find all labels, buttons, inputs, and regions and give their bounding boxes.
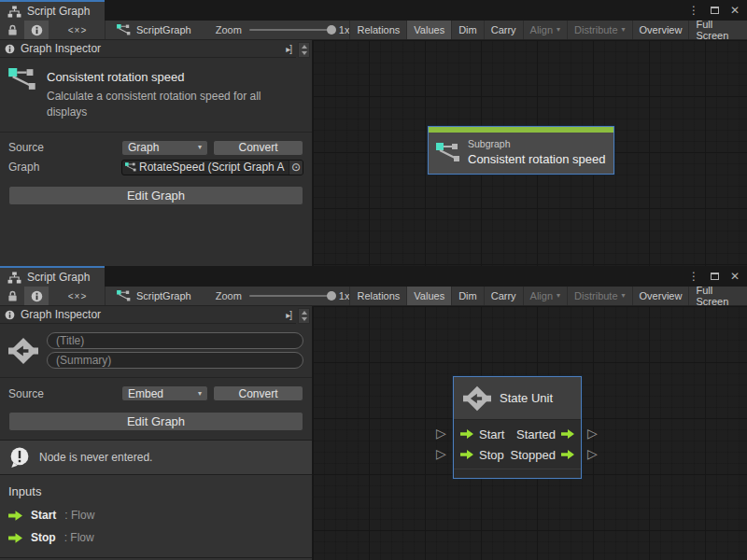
graph-canvas[interactable]: Subgraph Consistent rotation speed <box>313 40 747 266</box>
dim-button[interactable]: Dim <box>451 21 484 39</box>
zoom-slider-handle[interactable] <box>327 291 336 301</box>
node-port-row: Start Started <box>460 424 574 444</box>
lock-icon <box>7 24 18 36</box>
code-view-button[interactable]: <×> <box>65 21 90 39</box>
input-port[interactable]: Start <box>460 427 504 441</box>
node-port-row: Stop Stopped <box>460 444 574 465</box>
carry-button[interactable]: Carry <box>484 21 523 39</box>
subgraph-node[interactable]: Subgraph Consistent rotation speed <box>428 126 614 175</box>
tab-title: Script Graph <box>27 271 90 284</box>
output-port[interactable]: Started <box>516 427 574 441</box>
chevron-down-icon: ▾ <box>198 390 202 398</box>
values-button[interactable]: Values <box>406 21 451 39</box>
output-port[interactable]: Stopped <box>511 448 574 462</box>
convert-button[interactable]: Convert <box>213 385 303 401</box>
inspector-scroll-arrows[interactable] <box>298 308 310 324</box>
maximize-icon[interactable] <box>711 7 719 14</box>
external-port-triangle[interactable]: ▷ <box>587 447 598 461</box>
graph-breadcrumb[interactable]: ScriptGraph <box>117 24 191 35</box>
tab-script-graph[interactable]: Script Graph <box>0 266 105 287</box>
warning-message: Node is never entered. <box>0 440 312 475</box>
source-dropdown[interactable]: Embed ▾ <box>121 385 208 401</box>
tab-bar: Script Graph ⋮ ✕ <box>0 0 747 21</box>
title-field[interactable] <box>47 332 303 349</box>
input-port[interactable]: Stop <box>460 448 504 462</box>
graph-breadcrumb[interactable]: ScriptGraph <box>117 290 191 301</box>
external-port-triangle[interactable]: ▷ <box>436 447 446 461</box>
script-graph-window-top: Script Graph ⋮ ✕ <×> <box>0 0 747 266</box>
inspector-scroll-arrows[interactable] <box>298 42 310 58</box>
graph-description: Calculate a consistent rotation speed fo… <box>47 89 291 120</box>
close-icon[interactable]: ✕ <box>730 271 740 282</box>
external-port-triangle[interactable]: ▷ <box>436 427 446 441</box>
external-port-triangle[interactable]: ▷ <box>587 427 598 441</box>
inputs-header: Inputs <box>8 484 303 498</box>
dim-button[interactable]: Dim <box>451 287 484 305</box>
warning-text: Node is never entered. <box>39 451 152 464</box>
popout-icon[interactable]: ▸] <box>286 310 291 320</box>
scroll-up-icon[interactable] <box>302 311 307 315</box>
port-type: : Flow <box>64 531 94 544</box>
zoom-label: Zoom <box>216 290 242 301</box>
popout-icon[interactable]: ▸] <box>286 44 291 54</box>
overview-button[interactable]: Overview <box>632 287 689 305</box>
zoom-slider[interactable] <box>249 295 331 297</box>
graph-type-label: ScriptGraph <box>136 290 191 301</box>
object-picker-icon[interactable]: ⊙ <box>289 161 303 175</box>
inspector-toggle-button[interactable] <box>24 287 49 305</box>
info-icon <box>31 24 43 36</box>
chevron-down-icon: ▾ <box>622 26 626 34</box>
info-icon <box>31 290 43 302</box>
script-graph-window-bottom: Script Graph ⋮ ✕ <×> <box>0 266 747 560</box>
menu-icon[interactable]: ⋮ <box>688 5 699 16</box>
edit-graph-button[interactable]: Edit Graph <box>8 412 303 431</box>
zoom-slider[interactable] <box>249 29 331 31</box>
port-name: Start <box>31 509 56 522</box>
inspector-toggle-button[interactable] <box>24 21 49 39</box>
state-unit-icon <box>8 336 38 366</box>
graph-field-label: Graph <box>8 161 121 174</box>
carry-button[interactable]: Carry <box>484 287 523 305</box>
graph-row: Graph RotateSpeed (Script Graph A ⊙ <box>0 158 312 177</box>
tab-title: Script Graph <box>27 5 90 18</box>
graph-canvas[interactable]: State Unit Start Started <box>313 306 747 560</box>
relations-button[interactable]: Relations <box>349 287 406 305</box>
window-controls: ⋮ ✕ <box>688 0 740 21</box>
overview-button[interactable]: Overview <box>632 21 689 39</box>
convert-button[interactable]: Convert <box>213 140 303 156</box>
relations-button[interactable]: Relations <box>349 21 406 39</box>
chevron-down-icon: ▾ <box>198 144 202 151</box>
state-unit-icon <box>463 385 491 413</box>
edit-graph-button[interactable]: Edit Graph <box>8 186 303 205</box>
values-button[interactable]: Values <box>406 287 451 305</box>
close-icon[interactable]: ✕ <box>730 5 740 16</box>
maximize-icon[interactable] <box>711 273 719 280</box>
zoom-control: Zoom 1x <box>216 290 350 301</box>
lock-button[interactable] <box>0 287 24 305</box>
node-kind-label: Subgraph <box>468 138 605 149</box>
flow-arrow-icon <box>460 450 473 459</box>
scroll-up-icon[interactable] <box>302 45 307 49</box>
lock-button[interactable] <box>0 21 24 39</box>
summary-field[interactable] <box>47 352 303 369</box>
tab-script-graph[interactable]: Script Graph <box>0 0 105 21</box>
port-type: : Flow <box>64 509 94 522</box>
zoom-slider-handle[interactable] <box>327 25 336 35</box>
fullscreen-button[interactable]: Full Screen <box>688 21 747 39</box>
state-unit-node[interactable]: State Unit Start Started <box>453 376 582 479</box>
warning-bubble-icon <box>8 446 31 469</box>
inspector-header: Graph Inspector ▸] <box>0 306 296 324</box>
graph-object-field[interactable]: RotateSpeed (Script Graph A ⊙ <box>121 160 303 175</box>
menu-icon[interactable]: ⋮ <box>688 271 699 282</box>
input-port-row: Stop : Flow <box>8 531 303 544</box>
scroll-down-icon[interactable] <box>302 51 307 55</box>
script-graph-icon <box>117 290 131 301</box>
code-view-button[interactable]: <×> <box>65 287 90 305</box>
graph-toolbar: <×> ScriptGraph Zoom 1x Rel <box>0 21 747 40</box>
script-graph-tab-icon <box>7 272 21 284</box>
fullscreen-button[interactable]: Full Screen <box>688 287 747 305</box>
subgraph-icon <box>8 68 36 91</box>
scroll-down-icon[interactable] <box>302 317 307 321</box>
source-dropdown[interactable]: Graph ▾ <box>121 140 208 156</box>
inspector-title: Graph Inspector <box>21 308 101 321</box>
